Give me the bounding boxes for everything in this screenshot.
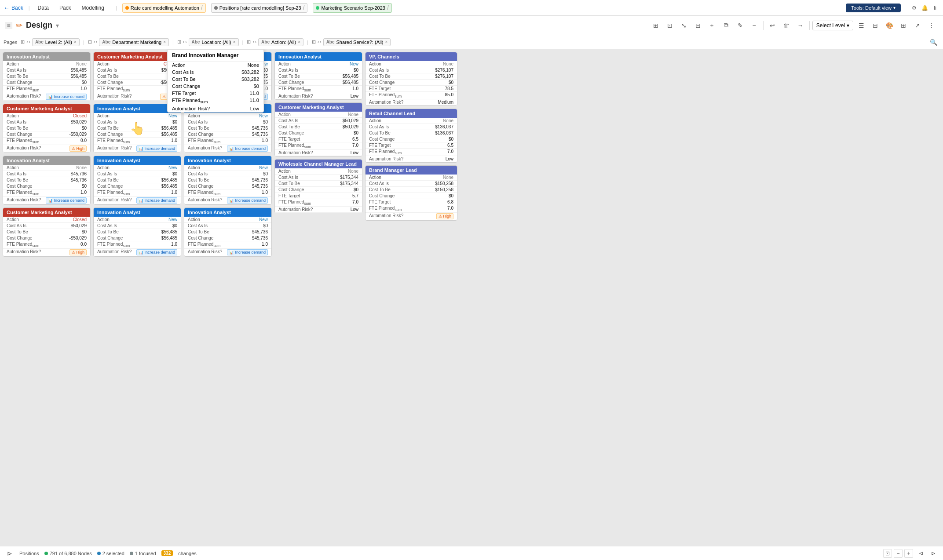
card-innovation-analyst-1[interactable]: Innovation Analyst ActionNone Cost As Is… xyxy=(3,52,91,101)
card-cma-large[interactable]: Customer Marketing Analyst ActionNone Co… xyxy=(274,102,362,156)
nav-data[interactable]: Data xyxy=(35,3,51,13)
card-row-fte-2: FTE Plannedsum0.0 xyxy=(3,138,90,145)
edit-icon[interactable]: ✎ xyxy=(734,19,746,32)
tools-button[interactable]: Tools: Default view ▾ xyxy=(846,4,901,12)
color-icon[interactable]: 🎨 xyxy=(883,19,895,32)
filter-action[interactable]: Abc Action: (All) × xyxy=(258,38,303,46)
filter-department[interactable]: Abc Department: Marketing × xyxy=(99,38,169,46)
tab-close-icon[interactable]: / xyxy=(201,4,203,11)
list-view-icon[interactable]: ☰ xyxy=(855,19,867,32)
zoom-fit-button[interactable]: ⊡ xyxy=(883,549,892,558)
filter-nav-3[interactable]: ‹ › xyxy=(183,40,187,44)
filter-action-label: Action: (All) xyxy=(271,40,296,45)
main-area: Brand Innovation Manager Action None Cos… xyxy=(0,49,943,546)
export-icon[interactable]: ↗ xyxy=(911,19,924,32)
zoom-fit-icon[interactable]: ⊡ xyxy=(664,19,676,32)
filter-level2[interactable]: Abc Level 2: (All) × xyxy=(32,38,80,46)
tab-marketing-label: Marketing Scenario Sep-2023 xyxy=(321,5,385,11)
card-ia-col2-2[interactable]: Innovation Analyst ActionNew Cost As Is$… xyxy=(93,156,181,205)
nodes-label: 791 of 6,880 Nodes xyxy=(50,551,92,556)
nav-left-icon-5[interactable]: ‹ xyxy=(318,40,319,44)
tooltip-cc-label: Cost Change xyxy=(172,84,200,89)
add-icon[interactable]: + xyxy=(706,19,718,32)
tooltip-ftep-value: 11.0 xyxy=(250,98,259,104)
back-button[interactable]: ← Back xyxy=(4,4,23,11)
filter-shared[interactable]: Abc Shared Service?: (All) × xyxy=(323,38,391,46)
nav-right-icon[interactable]: › xyxy=(29,40,30,44)
grid-icon-3[interactable]: ⊞ xyxy=(177,39,181,45)
undo-icon[interactable]: ↩ xyxy=(766,19,779,32)
nav-pack[interactable]: Pack xyxy=(57,3,74,13)
grid-icon-4[interactable]: ⊞ xyxy=(247,39,251,45)
copy-icon[interactable]: ⧉ xyxy=(720,19,732,32)
expand-icon[interactable]: ⤡ xyxy=(678,19,690,32)
nav-modelling[interactable]: Modelling xyxy=(79,3,107,13)
filter-nav-4[interactable]: ‹ › xyxy=(252,40,256,44)
delete-icon[interactable]: 🗑 xyxy=(780,19,793,32)
collapse-all-icon[interactable]: ⊟ xyxy=(692,19,704,32)
card-wholesale[interactable]: Wholesale Channel Manager Lead ActionNon… xyxy=(274,159,362,213)
nav-right-icon-4[interactable]: › xyxy=(255,40,256,44)
grid-view-icon[interactable]: ⊞ xyxy=(650,19,662,32)
filter-location[interactable]: Abc Location: (All) × xyxy=(189,38,239,46)
tab-rate-card[interactable]: Rate card modelling Automation / xyxy=(122,3,206,13)
more-icon[interactable]: ⋮ xyxy=(925,19,938,32)
expand-right-icon[interactable]: ⊳ xyxy=(929,549,938,558)
forward-icon[interactable]: → xyxy=(794,19,807,32)
card-retail-channel[interactable]: Retail Channel Lead ActionNone Cost As I… xyxy=(365,109,457,163)
filter-location-close[interactable]: × xyxy=(233,40,236,44)
tooltip-row-cost-change: Cost Change $0 xyxy=(168,83,263,90)
user-icon[interactable]: fi xyxy=(931,4,939,12)
tab-positions-close-icon[interactable]: / xyxy=(303,4,305,11)
zoom-plus-button[interactable]: + xyxy=(904,549,913,558)
filter-dept-close[interactable]: × xyxy=(163,40,166,44)
card-row-action: ActionNone xyxy=(3,61,90,67)
grid-icon[interactable]: ⊞ xyxy=(21,39,25,45)
card-cma-2[interactable]: Customer Marketing Analyst ActionClosed … xyxy=(3,207,91,257)
nav-right-icon-2[interactable]: › xyxy=(96,40,97,44)
card-vp-channels[interactable]: VP, Channels ActionNone Cost As Is$276,1… xyxy=(365,52,457,106)
filter-nav-5[interactable]: ‹ › xyxy=(318,40,322,44)
column-2: Customer Marketing Analyst ActionClosed … xyxy=(93,52,181,543)
grid-icon-5[interactable]: ⊞ xyxy=(312,39,316,45)
card-customer-mkt-analyst-1[interactable]: Customer Marketing Analyst ActionClosed … xyxy=(3,104,91,153)
settings-icon[interactable]: ⚙ xyxy=(910,4,918,12)
notifications-icon[interactable]: 🔔 xyxy=(920,4,929,12)
filter-action-close[interactable]: × xyxy=(298,40,300,44)
filter-shared-close[interactable]: × xyxy=(385,40,388,44)
left-collapse-button[interactable]: ≡ xyxy=(5,22,12,29)
filter-nav-2[interactable]: ‹ › xyxy=(94,40,98,44)
grid-icon-2[interactable]: ⊞ xyxy=(88,39,92,45)
chevron-down-icon: ▾ xyxy=(893,5,895,10)
card-ia-col4-1[interactable]: Innovation Analyst ActionNew Cost As Is$… xyxy=(274,52,362,100)
nav-left-icon-4[interactable]: ‹ xyxy=(252,40,254,44)
card-header-ia2: Innovation Analyst xyxy=(3,156,90,165)
tab-marketing-close-icon[interactable]: / xyxy=(387,4,389,11)
filter-nav-1[interactable]: ‹ › xyxy=(26,40,30,44)
card-brand-manager-lead[interactable]: Brand Manager Lead ActionNone Cost As Is… xyxy=(365,165,457,221)
minus-icon[interactable]: − xyxy=(748,19,760,32)
tab-positions-label: Positions [rate card modelling] Sep-23 xyxy=(219,5,301,11)
nav-left-icon-2[interactable]: ‹ xyxy=(94,40,95,44)
search-button[interactable]: 🔍 xyxy=(927,36,939,48)
card-row-fte: FTE Plannedsum1.0 xyxy=(3,86,90,93)
card-innovation-analyst-2[interactable]: Innovation Analyst ActionNone Cost As Is… xyxy=(3,156,91,205)
tab-positions[interactable]: Positions [rate card modelling] Sep-23 / xyxy=(211,3,308,13)
card-ia-col3-3[interactable]: Innovation Analyst ActionNew Cost As Is$… xyxy=(184,156,272,205)
nav-right-icon-3[interactable]: › xyxy=(185,40,186,44)
filter-icon[interactable]: ⊟ xyxy=(869,19,881,32)
tab-marketing[interactable]: Marketing Scenario Sep-2023 / xyxy=(313,3,391,13)
card-ia-col2-3[interactable]: Innovation Analyst ActionNew Cost As Is$… xyxy=(93,207,181,257)
focused-dot xyxy=(130,552,133,555)
nav-right-icon-5[interactable]: › xyxy=(320,40,321,44)
collapse-right-icon[interactable]: ⊲ xyxy=(917,549,925,558)
expand-left-icon[interactable]: ⊳ xyxy=(5,549,14,558)
zoom-minus-button[interactable]: − xyxy=(894,549,903,558)
columns-icon[interactable]: ⊞ xyxy=(897,19,910,32)
design-chevron-icon[interactable]: ▾ xyxy=(56,22,59,29)
filter-level2-close[interactable]: × xyxy=(74,40,77,44)
nav-left-icon[interactable]: ‹ xyxy=(26,40,28,44)
card-ia-col3-4[interactable]: Innovation Analyst ActionNew Cost As Is$… xyxy=(184,207,272,257)
nav-left-icon-3[interactable]: ‹ xyxy=(183,40,184,44)
select-level-dropdown[interactable]: Select Level ▾ xyxy=(812,21,853,30)
